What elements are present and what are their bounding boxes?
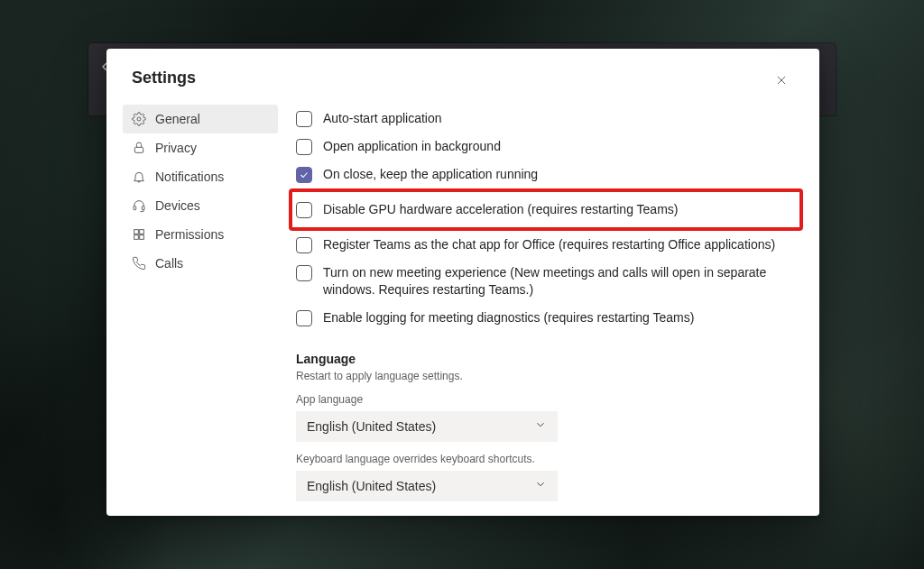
sidebar-item-label: Permissions (155, 227, 224, 242)
sidebar-item-calls[interactable]: Calls (123, 249, 278, 278)
sidebar-item-label: Privacy (155, 141, 197, 155)
highlighted-setting: Disable GPU hardware acceleration (requi… (289, 188, 803, 231)
sidebar-item-privacy[interactable]: Privacy (123, 133, 278, 162)
lock-icon (132, 141, 146, 155)
svg-rect-9 (140, 235, 144, 240)
setting-checkbox[interactable] (296, 139, 312, 155)
close-icon (775, 74, 788, 89)
sidebar-item-label: General (155, 112, 200, 126)
setting-label: Enable logging for meeting diagnostics (… (323, 309, 694, 326)
sidebar-item-label: Devices (155, 198, 200, 213)
sidebar-item-label: Notifications (155, 170, 224, 184)
language-restart-note: Restart to apply language settings. (296, 370, 792, 382)
sidebar-item-devices[interactable]: Devices (123, 191, 278, 220)
setting-row: Auto-start application (296, 105, 792, 133)
keyboard-language-select[interactable]: English (United States) (296, 471, 558, 501)
settings-sidebar: GeneralPrivacyNotificationsDevicesPermis… (106, 105, 287, 516)
setting-label: Auto-start application (323, 110, 442, 127)
bell-icon (132, 170, 146, 184)
dialog-title: Settings (132, 69, 196, 87)
setting-row: On close, keep the application running (296, 161, 792, 188)
phone-icon (132, 256, 146, 271)
svg-rect-8 (134, 235, 139, 240)
setting-label: Register Teams as the chat app for Offic… (323, 236, 775, 253)
setting-row: Open application in background (296, 133, 792, 161)
chevron-down-icon (534, 418, 547, 434)
app-language-value: English (United States) (307, 419, 436, 434)
svg-rect-3 (134, 147, 143, 152)
sidebar-item-general[interactable]: General (123, 105, 278, 133)
headset-icon (132, 198, 146, 213)
setting-row: Register Teams as the chat app for Offic… (296, 231, 792, 259)
sidebar-item-permissions[interactable]: Permissions (123, 220, 278, 249)
setting-checkbox[interactable] (296, 167, 312, 183)
svg-rect-6 (134, 230, 139, 234)
setting-checkbox[interactable] (296, 111, 312, 127)
sidebar-item-label: Calls (155, 256, 183, 271)
setting-checkbox[interactable] (296, 237, 312, 253)
setting-row: Turn on new meeting experience (New meet… (296, 259, 792, 304)
setting-label: Disable GPU hardware acceleration (requi… (323, 201, 678, 218)
general-checklist: Auto-start applicationOpen application i… (296, 105, 792, 332)
setting-checkbox[interactable] (296, 310, 312, 326)
setting-row: Disable GPU hardware acceleration (requi… (296, 196, 792, 224)
setting-label: Open application in background (323, 138, 501, 155)
dialog-body: GeneralPrivacyNotificationsDevicesPermis… (106, 105, 819, 516)
svg-rect-5 (142, 206, 144, 210)
svg-point-2 (137, 117, 141, 121)
app-language-select[interactable]: English (United States) (296, 411, 558, 442)
keyboard-language-value: English (United States) (307, 479, 436, 493)
grid-icon (132, 227, 146, 242)
setting-checkbox[interactable] (296, 202, 312, 218)
sidebar-item-notifications[interactable]: Notifications (123, 162, 278, 191)
setting-label: On close, keep the application running (323, 166, 538, 183)
language-heading: Language (296, 352, 792, 366)
keyboard-language-note: Keyboard language overrides keyboard sho… (296, 453, 792, 465)
close-button[interactable] (769, 69, 794, 94)
svg-rect-4 (134, 206, 136, 210)
settings-dialog: Settings GeneralPrivacyNotificationsDevi… (106, 49, 819, 516)
gear-icon (132, 112, 146, 126)
chevron-down-icon (534, 478, 547, 493)
svg-rect-7 (140, 230, 144, 234)
app-language-label: App language (296, 393, 792, 406)
dialog-header: Settings (106, 49, 819, 105)
settings-content: Auto-start applicationOpen application i… (287, 105, 819, 516)
setting-checkbox[interactable] (296, 265, 312, 281)
setting-label: Turn on new meeting experience (New meet… (323, 264, 792, 298)
setting-row: Enable logging for meeting diagnostics (… (296, 304, 792, 332)
